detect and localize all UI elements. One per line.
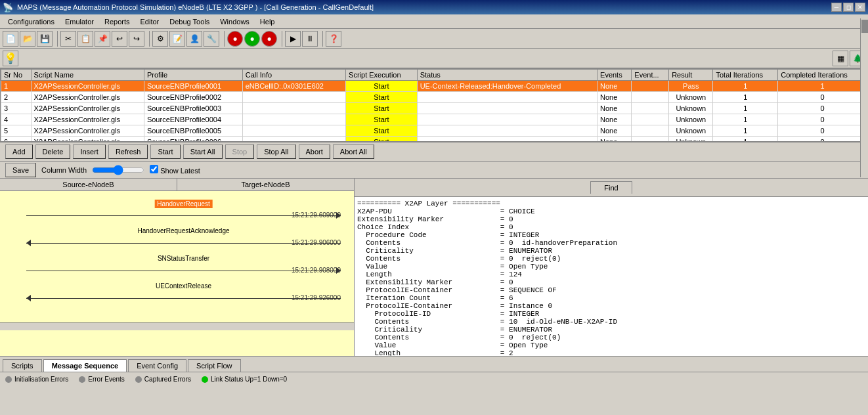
- seq-content: HandoverRequest15:21:29.609000HandoverRe…: [0, 191, 354, 322]
- table-row[interactable]: 4X2APSessionController.glsSourceENBProfi…: [1, 114, 867, 125]
- seq-arrow-container: SNStatusTransfer15:21:29.908000: [26, 264, 341, 277]
- table-cell: eNBCellID:.0x0301E602: [242, 81, 345, 92]
- menu-editor[interactable]: Editor: [135, 16, 165, 27]
- pause-toolbar-button[interactable]: ⏸: [302, 31, 318, 47]
- table-cell: 0: [778, 125, 867, 137]
- table-cell: SourceENBProfile0006: [144, 137, 242, 142]
- button-bar: Add Delete Insert Refresh Start Start Al…: [0, 142, 868, 162]
- seq-message-time: 15:21:29.609000: [292, 211, 341, 219]
- seq-message-row[interactable]: HandoverRequestAcknowledge15:21:29.90600…: [13, 233, 341, 253]
- table-cell: SourceENBProfile0003: [144, 103, 242, 114]
- light-bulb-button[interactable]: 💡: [3, 51, 18, 66]
- run3-button[interactable]: ●: [261, 31, 277, 47]
- copy-button[interactable]: 📋: [77, 31, 93, 47]
- menu-configurations[interactable]: Configurations: [3, 16, 60, 27]
- table-row[interactable]: 1X2APSessionController.glsSourceENBProfi…: [1, 81, 867, 92]
- help-button[interactable]: ❓: [326, 31, 341, 47]
- table-cell: Unknown: [669, 92, 713, 103]
- run2-button[interactable]: ●: [244, 31, 260, 47]
- tab-message-sequence[interactable]: Message Sequence: [43, 359, 127, 372]
- col-sr-no: Sr No: [1, 70, 32, 81]
- table-cell: 1: [713, 81, 778, 92]
- table-cell: Start: [346, 81, 418, 92]
- var-button[interactable]: 🔧: [204, 31, 219, 47]
- col-event-count: Event...: [632, 70, 669, 81]
- save-toolbar-button[interactable]: 💾: [37, 31, 53, 47]
- tab-script-flow[interactable]: Script Flow: [188, 359, 240, 372]
- table-cell: [417, 114, 597, 125]
- table-row[interactable]: 6X2APSessionController.glsSourceENBProfi…: [1, 137, 867, 142]
- menu-windows[interactable]: Windows: [215, 16, 255, 27]
- seq-message-row[interactable]: SNStatusTransfer15:21:29.908000: [13, 261, 341, 280]
- undo-button[interactable]: ↩: [112, 31, 127, 47]
- table-row[interactable]: 2X2APSessionController.glsSourceENBProfi…: [1, 92, 867, 103]
- find-bar: Find: [355, 179, 868, 197]
- column-width-slider[interactable]: [92, 165, 144, 175]
- table-cell: UE-Context-Released:Handover-Completed: [417, 81, 597, 92]
- open-button[interactable]: 📂: [20, 31, 35, 47]
- table-cell: None: [597, 114, 632, 125]
- close-button[interactable]: ✕: [855, 3, 865, 12]
- abort-all-button[interactable]: Abort All: [333, 144, 374, 159]
- add-button[interactable]: Add: [5, 144, 33, 159]
- seq-hscroll[interactable]: [0, 322, 354, 330]
- insert-button[interactable]: Insert: [73, 144, 106, 159]
- run1-button[interactable]: ●: [227, 31, 243, 47]
- table-row[interactable]: 3X2APSessionController.glsSourceENBProfi…: [1, 103, 867, 114]
- seq-message-row[interactable]: UEContextRelease15:21:29.926000: [13, 288, 341, 308]
- paste-button[interactable]: 📌: [95, 31, 110, 47]
- init-errors-label: Initialisation Errors: [14, 376, 68, 383]
- delete-button[interactable]: Delete: [35, 144, 71, 159]
- table-row[interactable]: 5X2APSessionController.glsSourceENBProfi…: [1, 125, 867, 137]
- seq-source-label: Source-eNodeB: [0, 179, 177, 190]
- profile-button[interactable]: 👤: [186, 31, 202, 47]
- minimize-button[interactable]: ─: [831, 3, 842, 12]
- script-button[interactable]: 📝: [169, 31, 185, 47]
- tab-event-config[interactable]: Event Config: [128, 359, 186, 372]
- menu-debug-tools[interactable]: Debug Tools: [164, 16, 215, 27]
- stop-button[interactable]: Stop: [225, 144, 255, 159]
- table-cell: [417, 103, 597, 114]
- error-events-label: Error Events: [88, 376, 125, 383]
- table-cell: Unknown: [669, 137, 713, 142]
- table-cell: 0: [778, 92, 867, 103]
- seq-message-row[interactable]: HandoverRequest15:21:29.609000: [13, 206, 341, 225]
- new-button[interactable]: 📄: [3, 31, 18, 47]
- find-tab[interactable]: Find: [590, 181, 632, 194]
- seq-arrowhead: [26, 240, 31, 246]
- start-toolbar-button[interactable]: ▶: [285, 31, 301, 47]
- show-latest-checkbox[interactable]: [150, 165, 158, 173]
- title-text: MAPS (Message Automation Protocol Simula…: [17, 3, 374, 11]
- menu-reports[interactable]: Reports: [99, 16, 135, 27]
- split-area: Source-eNodeB Target-eNodeB HandoverRequ…: [0, 179, 868, 356]
- redo-button[interactable]: ↪: [129, 31, 144, 47]
- menu-help[interactable]: Help: [255, 16, 280, 27]
- tab-scripts[interactable]: Scripts: [3, 359, 42, 372]
- abort-button[interactable]: Abort: [299, 144, 330, 159]
- link-status-dot: [202, 376, 208, 383]
- column-width-label: Column Width: [41, 166, 87, 174]
- table-cell: 1: [713, 125, 778, 137]
- options-bar: Save Column Width Show Latest: [0, 162, 868, 179]
- status-error-events: Error Events: [79, 376, 125, 383]
- cut-button[interactable]: ✂: [60, 31, 76, 47]
- table-cell: 1: [713, 103, 778, 114]
- col-profile: Profile: [144, 70, 242, 81]
- menu-emulator[interactable]: Emulator: [60, 16, 99, 27]
- save-button[interactable]: Save: [5, 163, 36, 177]
- restore-button[interactable]: ◻: [843, 3, 854, 12]
- captured-errors-dot: [135, 376, 142, 383]
- menu-bar: Configurations Emulator Reports Editor D…: [0, 14, 868, 29]
- table-container[interactable]: Sr No Script Name Profile Call Info Scri…: [1, 69, 867, 141]
- stop-all-button[interactable]: Stop All: [257, 144, 295, 159]
- init-errors-dot: [5, 376, 12, 383]
- grid-button[interactable]: ▦: [833, 51, 848, 66]
- refresh-button[interactable]: Refresh: [108, 144, 148, 159]
- separator3: [222, 31, 225, 47]
- table-cell: [242, 114, 345, 125]
- start-all-button[interactable]: Start All: [183, 144, 223, 159]
- table-cell: [632, 137, 669, 142]
- config-button[interactable]: ⚙: [152, 31, 168, 47]
- details-content: ========== X2AP Layer =========== X2AP-P…: [355, 197, 868, 356]
- start-button[interactable]: Start: [150, 144, 180, 159]
